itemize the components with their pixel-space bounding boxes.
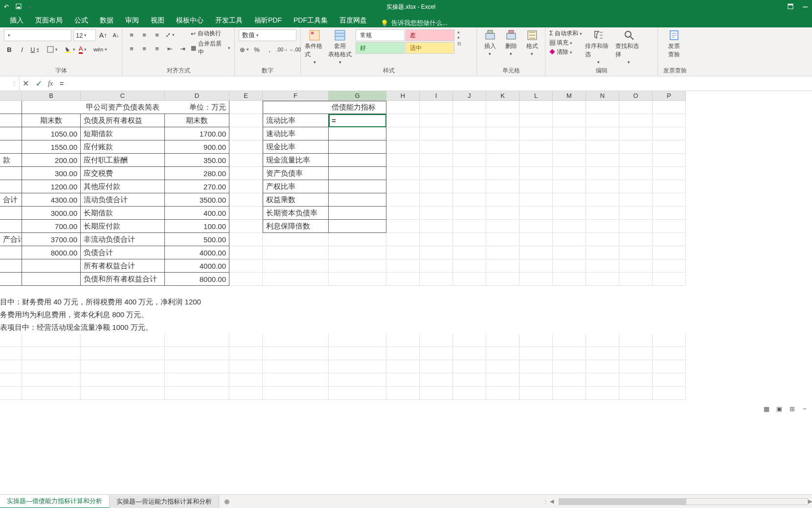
- cell[interactable]: [386, 387, 420, 400]
- cell[interactable]: [386, 373, 420, 387]
- cell-styles-gallery[interactable]: 常规 差 好 适中: [356, 29, 454, 54]
- cell[interactable]: 280.00: [165, 167, 229, 180]
- cell[interactable]: [486, 101, 519, 114]
- cell[interactable]: 期末数: [22, 114, 81, 127]
- cell[interactable]: [0, 167, 22, 180]
- cell[interactable]: [0, 273, 22, 286]
- cell[interactable]: [486, 207, 519, 220]
- cell[interactable]: [519, 167, 553, 180]
- cell[interactable]: [0, 373, 22, 387]
- cell[interactable]: [22, 334, 81, 347]
- col-hdr-M[interactable]: M: [553, 91, 586, 101]
- cell[interactable]: [165, 347, 229, 360]
- note-line1[interactable]: 目中：财务费用 40 万元，所得税费用 400 万元，净利润 1200: [0, 296, 812, 308]
- cell[interactable]: [519, 246, 553, 259]
- cell[interactable]: [619, 233, 653, 246]
- cell[interactable]: [586, 387, 619, 400]
- tab-data[interactable]: 数据: [94, 14, 119, 27]
- cell[interactable]: [386, 167, 420, 180]
- cell[interactable]: 负债合计: [81, 246, 165, 259]
- cell[interactable]: [586, 101, 619, 114]
- cell[interactable]: [420, 259, 453, 273]
- cell[interactable]: [653, 154, 686, 167]
- cell[interactable]: [420, 167, 453, 180]
- cell[interactable]: [0, 347, 22, 360]
- cell[interactable]: 500.00: [165, 233, 229, 246]
- cell[interactable]: [486, 233, 519, 246]
- cell[interactable]: [486, 273, 519, 286]
- cell[interactable]: [586, 259, 619, 273]
- cell[interactable]: [0, 140, 22, 154]
- cell[interactable]: [229, 334, 263, 347]
- cell[interactable]: [653, 140, 686, 154]
- cell[interactable]: [553, 127, 586, 140]
- cell[interactable]: [386, 180, 420, 193]
- cell[interactable]: [486, 259, 519, 273]
- cell[interactable]: [263, 360, 329, 373]
- cell[interactable]: [653, 114, 686, 127]
- hscroll-left-icon[interactable]: ◀: [550, 498, 554, 505]
- cell[interactable]: 资产负债率: [263, 167, 329, 180]
- gallery-more-icon[interactable]: ⊟: [457, 41, 461, 46]
- cell[interactable]: [0, 387, 22, 400]
- cell[interactable]: [329, 360, 386, 373]
- wrap-text-button[interactable]: ↩自动换行: [191, 29, 230, 38]
- cell[interactable]: [519, 127, 553, 140]
- cell[interactable]: [519, 154, 553, 167]
- cell[interactable]: 非流动负债合计: [81, 233, 165, 246]
- cell[interactable]: [165, 373, 229, 387]
- cell[interactable]: [553, 246, 586, 259]
- cell[interactable]: 4000.00: [165, 246, 229, 259]
- accounting-format-icon[interactable]: ⊕: [239, 44, 249, 55]
- cell[interactable]: 1200.00: [22, 180, 81, 193]
- tab-pdftools[interactable]: PDF工具集: [288, 14, 334, 27]
- cell[interactable]: [519, 207, 553, 220]
- cell[interactable]: [486, 246, 519, 259]
- cell[interactable]: [0, 220, 22, 233]
- cell[interactable]: [653, 167, 686, 180]
- page-layout-view-icon[interactable]: ▣: [774, 404, 785, 413]
- cell[interactable]: [229, 207, 263, 220]
- col-hdr-N[interactable]: N: [586, 91, 619, 101]
- cell[interactable]: [329, 246, 386, 259]
- cell[interactable]: 900.00: [165, 140, 229, 154]
- cell[interactable]: [263, 246, 329, 259]
- find-select-button[interactable]: 查找和选择▾: [615, 29, 643, 65]
- font-name-combo[interactable]: [4, 29, 71, 41]
- font-color-button[interactable]: A: [77, 44, 88, 55]
- cell[interactable]: [619, 167, 653, 180]
- format-as-table-button[interactable]: 套用 表格格式▾: [327, 29, 353, 65]
- cell[interactable]: [653, 273, 686, 286]
- cell[interactable]: [386, 140, 420, 154]
- cell[interactable]: [453, 360, 486, 373]
- cell[interactable]: [586, 140, 619, 154]
- add-sheet-button[interactable]: ⊕: [219, 498, 235, 506]
- cell[interactable]: [553, 259, 586, 273]
- cell[interactable]: [22, 387, 81, 400]
- cell[interactable]: [619, 387, 653, 400]
- cell[interactable]: 100.00: [165, 220, 229, 233]
- cell[interactable]: [229, 140, 263, 154]
- cell[interactable]: [619, 114, 653, 127]
- indent-dec-icon[interactable]: ⇤: [164, 43, 175, 54]
- cell[interactable]: [386, 273, 420, 286]
- cell[interactable]: [386, 127, 420, 140]
- grow-font-icon[interactable]: A↑: [98, 30, 109, 41]
- cell[interactable]: [329, 140, 386, 154]
- fill-button[interactable]: ▦ 填充: [549, 39, 582, 47]
- col-hdr-J[interactable]: J: [453, 91, 486, 101]
- pagebreak-view-icon[interactable]: ⊞: [787, 404, 797, 413]
- tab-insert[interactable]: 插入: [4, 14, 29, 27]
- cell[interactable]: [420, 334, 453, 347]
- cell[interactable]: 长期资本负债率: [263, 207, 329, 220]
- cell[interactable]: [519, 259, 553, 273]
- cell[interactable]: [453, 373, 486, 387]
- cell[interactable]: [519, 360, 553, 373]
- cell[interactable]: [263, 259, 329, 273]
- invoice-check-button[interactable]: 发票 查验: [662, 29, 686, 59]
- cell[interactable]: [453, 347, 486, 360]
- sheet-tab-2[interactable]: 实操题—营运能力指标计算和分析: [110, 495, 219, 508]
- cell[interactable]: [229, 114, 263, 127]
- cell[interactable]: [420, 347, 453, 360]
- cell[interactable]: [453, 154, 486, 167]
